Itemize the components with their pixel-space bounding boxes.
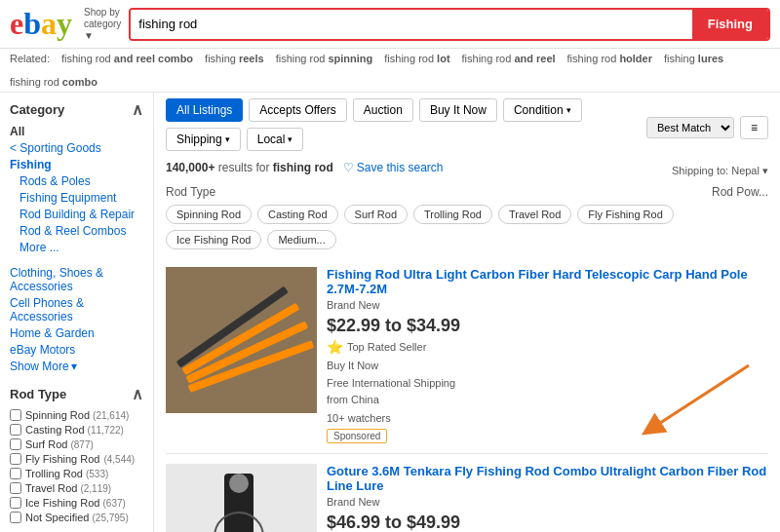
category-title-label: Category: [10, 102, 64, 117]
listing-1-image[interactable]: [166, 267, 317, 413]
rod-type-header: Rod Type Rod Pow...: [166, 185, 768, 199]
not-specified-checkbox[interactable]: [10, 512, 21, 523]
listing-1-shipping-from: from China: [327, 392, 768, 409]
sidebar-rod-fly: Fly Fishing Rod (4,544): [10, 453, 143, 465]
save-search-btn[interactable]: ♡ Save this search: [343, 161, 444, 174]
listing-1-watchers: 10+ watchers: [327, 412, 768, 424]
sidebar-link-combos[interactable]: Rod & Reel Combos: [10, 224, 143, 238]
related-link-3[interactable]: fishing rod spinning: [276, 53, 373, 64]
rod-type-header-label: Rod Type: [166, 185, 215, 199]
pill-medium[interactable]: Medium...: [267, 230, 335, 249]
auction-btn[interactable]: Auction: [353, 98, 413, 122]
rod-type-title-label: Rod Type: [10, 387, 66, 401]
listing-1-title[interactable]: Fishing Rod Ultra Light Carbon Fiber Har…: [327, 267, 768, 296]
shipping-chevron: ▾: [225, 134, 230, 144]
listing-1-shipping: Free International Shipping: [327, 375, 768, 393]
listing-1-info: Fishing Rod Ultra Light Carbon Fiber Har…: [327, 267, 768, 443]
results-for-label: results for: [218, 161, 270, 174]
listing-1-top-rated: ⭐ Top Rated Seller: [327, 339, 768, 355]
search-term-value: fishing rod: [273, 161, 333, 174]
sidebar-link-sporting[interactable]: < Sporting Goods: [10, 141, 143, 155]
related-link-5[interactable]: fishing rod and reel: [462, 53, 556, 64]
pill-ice[interactable]: Ice Fishing Rod: [166, 230, 261, 249]
collapse-icon[interactable]: ∧: [132, 100, 143, 119]
fly-rod-checkbox[interactable]: [10, 453, 21, 465]
sidebar-link-all[interactable]: All: [10, 125, 143, 138]
pill-trolling[interactable]: Trolling Rod: [413, 205, 492, 224]
shipping-to-label: Shipping to: Nepal: [672, 165, 760, 176]
sidebar-link-more[interactable]: More ...: [10, 241, 143, 254]
ice-rod-label: Ice Fishing Rod (637): [25, 497, 126, 509]
sidebar-link-motors[interactable]: eBay Motors: [10, 343, 143, 357]
sidebar-category-section: Category ∧ All < Sporting Goods Fishing …: [10, 100, 143, 254]
shipping-btn[interactable]: Shipping ▾: [166, 128, 241, 151]
sidebar-link-equipment[interactable]: Fishing Equipment: [10, 191, 143, 205]
listing-2-image[interactable]: [166, 464, 317, 532]
show-more-categories[interactable]: Show More ▾: [10, 360, 143, 373]
related-link-4[interactable]: fishing rod lot: [384, 53, 449, 64]
search-container: Fishing: [129, 8, 770, 41]
results-count: 140,000+ results for fishing rod: [166, 161, 333, 174]
sidebar-link-cell[interactable]: Cell Phones & Accessories: [10, 296, 143, 323]
ice-rod-checkbox[interactable]: [10, 497, 21, 509]
sidebar-link-home[interactable]: Home & Garden: [10, 326, 143, 340]
sidebar-category-title: Category ∧: [10, 100, 143, 119]
search-input[interactable]: [131, 10, 691, 39]
listing-1-price-from: $22.99: [327, 316, 380, 335]
pill-spinning[interactable]: Spinning Rod: [166, 205, 252, 224]
results-info: 140,000+ results for fishing rod ♡ Save …: [166, 161, 443, 174]
listing-2-price-from: $46.99: [327, 513, 380, 532]
related-label: Related:: [10, 53, 50, 64]
travel-rod-label: Travel Rod (2,119): [25, 482, 111, 494]
related-link-2[interactable]: fishing reels: [205, 53, 264, 64]
results-count-value: 140,000+: [166, 161, 214, 174]
shop-by-category[interactable]: Shop by category ▼: [84, 7, 121, 42]
sort-select[interactable]: Best Match: [646, 117, 734, 138]
logo-b: b: [23, 6, 41, 42]
search-button[interactable]: Fishing: [692, 10, 768, 39]
related-link-1[interactable]: fishing rod and reel combo: [61, 53, 193, 64]
sidebar-link-clothing[interactable]: Clothing, Shoes & Accessories: [10, 266, 143, 293]
listing-1-price: $22.99 to $34.99: [327, 316, 768, 336]
related-link-8[interactable]: fishing rod combo: [10, 76, 98, 88]
spinning-rod-checkbox[interactable]: [10, 409, 21, 421]
related-link-6[interactable]: fishing rod holder: [567, 53, 652, 64]
filter-bar: All Listings Accepts Offers Auction Buy …: [166, 98, 646, 151]
local-btn[interactable]: Local ▾: [247, 128, 304, 151]
rod-type-collapse-icon[interactable]: ∧: [132, 385, 143, 403]
casting-rod-checkbox[interactable]: [10, 424, 21, 436]
sidebar-rod-travel: Travel Rod (2,119): [10, 482, 143, 494]
pill-fly[interactable]: Fly Fishing Rod: [577, 205, 673, 224]
rod-type-pills-section: Rod Type Rod Pow... Spinning Rod Casting…: [166, 185, 768, 249]
sidebar-rod-type-section: Rod Type ∧ Spinning Rod (21,614) Casting…: [10, 385, 143, 523]
pill-casting[interactable]: Casting Rod: [257, 205, 338, 224]
ebay-logo: e b a y: [10, 6, 72, 42]
sidebar-link-building[interactable]: Rod Building & Repair: [10, 208, 143, 221]
travel-rod-checkbox[interactable]: [10, 482, 21, 494]
main-layout: Category ∧ All < Sporting Goods Fishing …: [0, 93, 780, 532]
accepts-offers-btn[interactable]: Accepts Offers: [249, 98, 346, 122]
spinning-rod-label: Spinning Rod (21,614): [25, 409, 129, 421]
header: e b a y Shop by category ▼ Fishing: [0, 0, 780, 49]
shipping-to-chevron: ▾: [762, 165, 768, 176]
listing-1-buy-it-now: Buy It Now: [327, 358, 768, 375]
listing-2-title[interactable]: Goture 3.6M Tenkara Fly Fishing Rod Comb…: [327, 464, 768, 493]
listing-1-meta: Buy It Now Free International Shipping f…: [327, 358, 768, 409]
show-more-label: Show More: [10, 360, 69, 373]
shipping-label: Shipping: [176, 133, 222, 146]
buy-it-now-btn[interactable]: Buy It Now: [419, 98, 497, 122]
surf-rod-checkbox[interactable]: [10, 438, 21, 450]
listing-2-price-to: $49.99: [407, 513, 460, 532]
related-link-7[interactable]: fishing lures: [664, 53, 723, 64]
trolling-rod-checkbox[interactable]: [10, 468, 21, 479]
view-toggle-btn[interactable]: ≡: [740, 116, 768, 139]
all-listings-btn[interactable]: All Listings: [166, 98, 243, 122]
sidebar-link-fishing[interactable]: Fishing: [10, 158, 143, 171]
heart-icon: ♡: [343, 161, 354, 174]
sidebar-link-rods[interactable]: Rods & Poles: [10, 174, 143, 188]
sidebar-rod-ice: Ice Fishing Rod (637): [10, 497, 143, 509]
condition-btn[interactable]: Condition ▾: [503, 98, 582, 122]
local-chevron: ▾: [288, 134, 292, 144]
pill-travel[interactable]: Travel Rod: [498, 205, 571, 224]
pill-surf[interactable]: Surf Rod: [344, 205, 408, 224]
